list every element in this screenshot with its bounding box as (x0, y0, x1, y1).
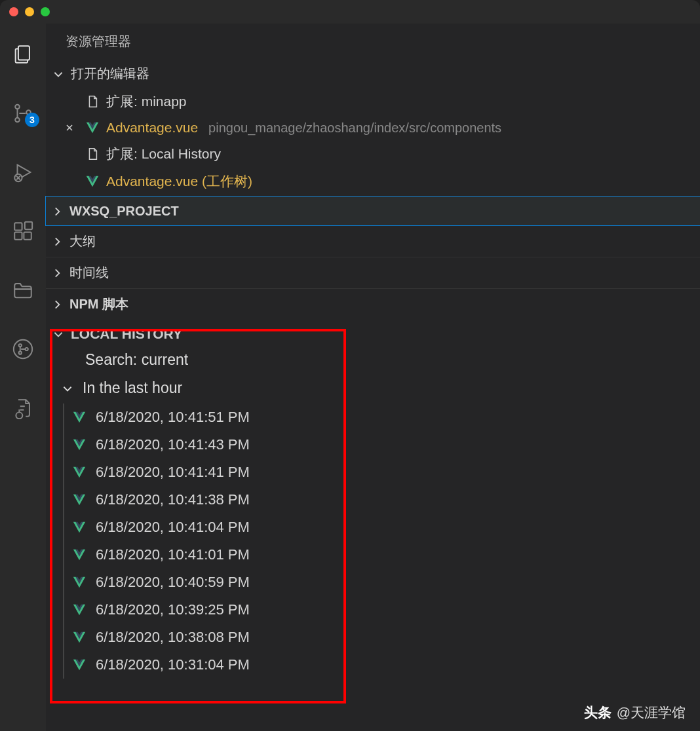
section-label: WXSQ_PROJECT (69, 204, 179, 219)
editor-item[interactable]: 扩展: Local History (46, 140, 700, 168)
file-icon (85, 147, 100, 161)
vue-icon (72, 575, 87, 590)
section-header[interactable]: 大纲 (46, 225, 700, 257)
window-close-icon[interactable] (9, 7, 18, 16)
history-entry-label: 6/18/2020, 10:41:41 PM (96, 464, 250, 481)
svg-rect-5 (14, 223, 22, 230)
open-editors-header[interactable]: 打开的编辑器 (46, 60, 700, 88)
history-entry[interactable]: 6/18/2020, 10:31:04 PM (63, 651, 700, 679)
vue-icon (72, 603, 87, 617)
watermark: 头条 @天涯学馆 (584, 703, 686, 722)
chevron-down-icon (52, 328, 64, 340)
chevron-right-icon (51, 299, 63, 310)
svg-point-10 (19, 344, 22, 347)
chevron-right-icon (51, 236, 63, 248)
editor-item-name: Advantage.vue (工作树) (106, 172, 252, 191)
window-titlebar (0, 0, 700, 24)
local-history-header[interactable]: LOCAL HISTORY (46, 320, 700, 347)
history-entry[interactable]: 6/18/2020, 10:41:41 PM (63, 459, 700, 486)
svg-point-2 (15, 118, 20, 122)
svg-rect-0 (18, 46, 29, 60)
folder-icon[interactable] (12, 279, 34, 301)
vue-icon (72, 493, 87, 507)
vue-icon (72, 658, 87, 672)
history-entry-label: 6/18/2020, 10:38:08 PM (96, 629, 250, 646)
chevron-right-icon (51, 267, 63, 279)
vue-icon (72, 630, 87, 645)
history-entry[interactable]: 6/18/2020, 10:41:51 PM (63, 403, 700, 431)
sidebar-title: 资源管理器 (46, 24, 700, 60)
vue-icon (85, 121, 100, 135)
editor-item-name: 扩展: minapp (106, 92, 187, 111)
local-history-section: LOCAL HISTORY Search: current In the las… (46, 320, 700, 685)
history-entry[interactable]: 6/18/2020, 10:41:38 PM (63, 486, 700, 514)
history-entry[interactable]: 6/18/2020, 10:41:43 PM (63, 431, 700, 459)
watermark-text: @天涯学馆 (617, 703, 686, 722)
source-control-icon[interactable]: 3 (12, 102, 34, 124)
extensions-icon[interactable] (12, 220, 34, 242)
chevron-right-icon (51, 206, 63, 217)
editor-item[interactable]: 扩展: minapp (46, 88, 700, 115)
main-area: 3 资源管理器 打开的编辑器 扩展: minappAdvantage.vuepi… (0, 24, 700, 731)
history-entry-label: 6/18/2020, 10:40:59 PM (96, 574, 250, 591)
watermark-brand: 头条 (584, 703, 612, 722)
explorer-icon[interactable] (12, 43, 34, 66)
vue-icon (72, 548, 87, 562)
window-minimize-icon[interactable] (25, 7, 34, 16)
vue-icon (72, 410, 87, 424)
open-editors-section: 打开的编辑器 扩展: minappAdvantage.vuepingou_man… (46, 60, 700, 197)
debug-icon[interactable] (12, 161, 34, 183)
section-label: NPM 脚本 (69, 295, 128, 313)
svg-rect-8 (25, 222, 32, 229)
section-header[interactable]: WXSQ_PROJECT (46, 197, 700, 225)
chevron-down-icon (52, 68, 64, 80)
history-entry-label: 6/18/2020, 10:41:01 PM (96, 546, 250, 563)
vue-icon (72, 465, 87, 479)
section-header[interactable]: 时间线 (46, 257, 700, 288)
editor-item[interactable]: Advantage.vue (工作树) (46, 168, 700, 195)
section-header[interactable]: NPM 脚本 (46, 288, 700, 320)
open-editors-title: 打开的编辑器 (71, 65, 149, 83)
history-entry-label: 6/18/2020, 10:41:38 PM (96, 491, 250, 508)
svg-point-11 (19, 352, 22, 354)
history-entry-label: 6/18/2020, 10:41:43 PM (96, 436, 250, 453)
svg-rect-7 (24, 232, 31, 239)
chevron-down-icon (62, 383, 73, 394)
section-label: 大纲 (69, 233, 96, 250)
scm-badge: 3 (25, 113, 39, 127)
svg-point-1 (15, 105, 20, 109)
editor-item[interactable]: Advantage.vuepingou_manage/zhaoshang/ind… (46, 115, 700, 140)
svg-rect-6 (14, 232, 22, 239)
local-history-group[interactable]: In the last hour (46, 375, 700, 403)
history-entry-label: 6/18/2020, 10:41:51 PM (96, 409, 250, 426)
editor-item-path: pingou_manage/zhaoshang/index/src/compon… (208, 121, 501, 136)
section-label: 时间线 (69, 264, 109, 282)
history-entry[interactable]: 6/18/2020, 10:41:01 PM (63, 541, 700, 569)
gist-icon[interactable] (12, 397, 34, 419)
history-entry[interactable]: 6/18/2020, 10:41:04 PM (63, 514, 700, 541)
local-history-group-label: In the last hour (83, 379, 182, 397)
svg-point-12 (26, 348, 28, 350)
vue-icon (72, 520, 87, 534)
git-graph-icon[interactable] (12, 338, 34, 360)
vue-icon (72, 438, 87, 452)
activity-bar: 3 (0, 24, 46, 731)
local-history-search[interactable]: Search: current (46, 347, 700, 375)
history-entry-label: 6/18/2020, 10:41:04 PM (96, 519, 250, 536)
history-entry[interactable]: 6/18/2020, 10:38:08 PM (63, 624, 700, 651)
close-icon[interactable] (64, 122, 76, 133)
history-entry[interactable]: 6/18/2020, 10:39:25 PM (63, 596, 700, 624)
window-maximize-icon[interactable] (41, 7, 50, 16)
file-icon (85, 94, 100, 109)
editor-item-name: Advantage.vue (106, 120, 198, 136)
history-entry[interactable]: 6/18/2020, 10:40:59 PM (63, 569, 700, 596)
history-entry-label: 6/18/2020, 10:31:04 PM (96, 656, 250, 673)
vue-icon (85, 174, 100, 189)
editor-item-name: 扩展: Local History (106, 145, 221, 163)
history-entry-label: 6/18/2020, 10:39:25 PM (96, 601, 250, 618)
local-history-title: LOCAL HISTORY (71, 326, 182, 342)
explorer-sidebar: 资源管理器 打开的编辑器 扩展: minappAdvantage.vueping… (46, 24, 700, 731)
svg-point-13 (16, 412, 22, 419)
